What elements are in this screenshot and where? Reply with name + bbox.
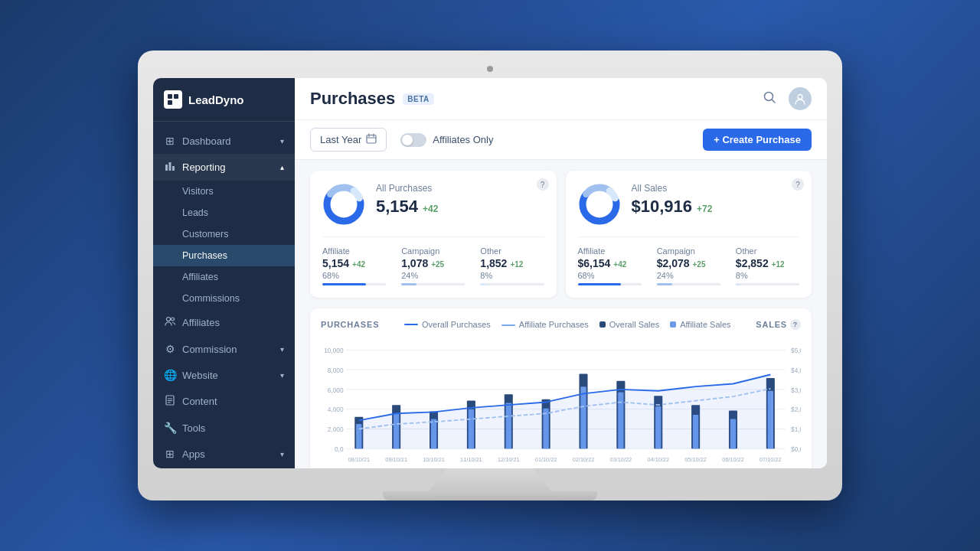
dashboard-icon: ⊞ bbox=[164, 135, 176, 147]
purchases-donut-chart bbox=[322, 183, 365, 226]
main-content: Purchases BETA bbox=[295, 78, 827, 468]
legend-dot-dark bbox=[599, 321, 606, 328]
legend-overall-purchases: Overall Purchases bbox=[404, 320, 491, 329]
svg-text:08/10/21: 08/10/21 bbox=[348, 456, 370, 463]
sidebar-item-label: Dashboard bbox=[182, 135, 231, 147]
sidebar-item-label: Website bbox=[182, 370, 218, 381]
logo-icon bbox=[164, 90, 182, 109]
search-button[interactable] bbox=[760, 87, 779, 110]
content-icon bbox=[164, 395, 176, 408]
sales-info-icon[interactable]: ? bbox=[792, 178, 804, 191]
sidebar: LeadDyno ⊞ Dashboard ▾ bbox=[153, 78, 295, 468]
affiliates-toggle[interactable] bbox=[400, 133, 426, 147]
sales-campaign: Campaign $2,078 +25 24% bbox=[657, 246, 720, 285]
purchases-delta: +42 bbox=[423, 204, 438, 214]
svg-text:12/10/21: 12/10/21 bbox=[498, 456, 520, 463]
chevron-down-icon: ▾ bbox=[280, 345, 284, 354]
svg-text:$1,000: $1,000 bbox=[791, 425, 801, 433]
sales-info-icon[interactable]: ? bbox=[790, 319, 801, 330]
svg-text:$5,000: $5,000 bbox=[791, 347, 801, 354]
chart-svg-container: 10,000 8,000 6,000 4,000 2,000 0,0 $5,00… bbox=[321, 337, 801, 468]
svg-text:4,000: 4,000 bbox=[328, 406, 344, 413]
sidebar-item-apps[interactable]: ⊞ Apps ▾ bbox=[153, 441, 295, 467]
svg-text:6,000: 6,000 bbox=[328, 386, 344, 394]
svg-text:06/10/22: 06/10/22 bbox=[722, 456, 744, 463]
svg-text:09/10/21: 09/10/21 bbox=[385, 456, 407, 463]
sidebar-item-affiliates[interactable]: Affiliates bbox=[153, 309, 295, 336]
svg-point-12 bbox=[765, 93, 773, 101]
sidebar-item-affiliates-sub[interactable]: Affiliates bbox=[153, 266, 295, 288]
svg-line-13 bbox=[773, 100, 776, 103]
chart-purchases-label: PURCHASES bbox=[321, 320, 379, 329]
logo-text: LeadDyno bbox=[188, 93, 244, 106]
purchases-info-icon[interactable]: ? bbox=[537, 178, 549, 191]
svg-text:$0,0: $0,0 bbox=[791, 445, 801, 453]
all-sales-card: ? All Sales bbox=[566, 171, 812, 298]
svg-text:$2,000: $2,000 bbox=[791, 406, 801, 413]
chart-header: PURCHASES Overall Purchases Affiliate Pu… bbox=[321, 319, 801, 330]
sidebar-item-purchases[interactable]: Purchases bbox=[153, 245, 295, 266]
monitor-stand bbox=[429, 468, 551, 491]
sidebar-item-reporting[interactable]: Reporting ▴ bbox=[153, 154, 295, 181]
reporting-icon bbox=[164, 161, 176, 174]
card-value: 5,154 +42 bbox=[376, 197, 544, 217]
sidebar-item-label: Tools bbox=[182, 422, 205, 434]
svg-point-7 bbox=[172, 318, 175, 321]
calendar-icon bbox=[366, 133, 377, 146]
purchases-total: 5,154 bbox=[376, 197, 418, 217]
sidebar-item-label: Reporting bbox=[182, 161, 225, 173]
sidebar-item-commission[interactable]: ⚙ Commission ▾ bbox=[153, 336, 295, 362]
sales-delta: +72 bbox=[697, 204, 712, 214]
sales-donut-chart bbox=[578, 183, 621, 226]
svg-point-14 bbox=[798, 95, 802, 99]
chart-section: PURCHASES Overall Purchases Affiliate Pu… bbox=[310, 308, 812, 468]
chart-legend: Overall Purchases Affiliate Purchases Ov… bbox=[404, 320, 731, 329]
card-header: All Sales $10,916 +72 bbox=[578, 183, 800, 226]
beta-badge: BETA bbox=[403, 93, 433, 105]
sidebar-item-label: Apps bbox=[182, 448, 205, 460]
card-main: All Purchases 5,154 +42 bbox=[376, 183, 544, 217]
sidebar-item-content[interactable]: Content bbox=[153, 388, 295, 415]
sidebar-item-customers[interactable]: Customers bbox=[153, 223, 295, 245]
sidebar-item-analysis[interactable]: 📈 Analysis ▾ bbox=[153, 467, 295, 468]
sidebar-item-tools[interactable]: 🔧 Tools bbox=[153, 415, 295, 441]
sidebar-nav: ⊞ Dashboard ▾ Reporting bbox=[153, 122, 295, 468]
svg-text:01/10/22: 01/10/22 bbox=[535, 456, 557, 463]
sidebar-item-website[interactable]: 🌐 Website ▾ bbox=[153, 362, 295, 388]
legend-dot-light bbox=[670, 321, 676, 328]
sales-breakdown: Affiliate $6,154 +42 68% Campaign bbox=[578, 236, 800, 285]
svg-rect-5 bbox=[172, 166, 175, 171]
logo-area: LeadDyno bbox=[153, 78, 295, 122]
top-bar: Purchases BETA bbox=[295, 78, 827, 120]
sales-axis-label: SALES ? bbox=[756, 319, 801, 330]
sidebar-item-label: Affiliates bbox=[182, 317, 220, 328]
legend-label: Overall Sales bbox=[609, 320, 659, 329]
sidebar-item-commissions[interactable]: Commissions bbox=[153, 288, 295, 309]
chevron-down-icon: ▾ bbox=[280, 450, 284, 458]
svg-text:10,000: 10,000 bbox=[324, 347, 344, 354]
website-icon: 🌐 bbox=[164, 369, 176, 381]
sales-other: Other $2,852 +12 8% bbox=[736, 246, 799, 285]
purchases-chart: 10,000 8,000 6,000 4,000 2,000 0,0 $5,00… bbox=[321, 337, 801, 468]
card-title: All Sales bbox=[632, 183, 800, 194]
legend-label: Affiliate Purchases bbox=[519, 320, 589, 329]
svg-text:07/10/22: 07/10/22 bbox=[760, 456, 782, 463]
create-purchase-label: + Create Purchase bbox=[714, 134, 801, 145]
date-range-picker[interactable]: Last Year bbox=[310, 128, 387, 152]
sidebar-item-visitors[interactable]: Visitors bbox=[153, 181, 295, 202]
purchases-affiliate: Affiliate 5,154 +42 68% bbox=[322, 246, 386, 285]
top-bar-actions bbox=[760, 87, 812, 110]
svg-text:03/10/22: 03/10/22 bbox=[610, 456, 632, 463]
affiliates-toggle-container: Affiliates Only bbox=[400, 133, 493, 147]
date-range-label: Last Year bbox=[320, 134, 361, 145]
chevron-down-icon: ▾ bbox=[280, 137, 284, 145]
sidebar-item-dashboard[interactable]: ⊞ Dashboard ▾ bbox=[153, 128, 295, 154]
sidebar-item-leads[interactable]: Leads bbox=[153, 202, 295, 223]
user-avatar[interactable] bbox=[789, 87, 812, 110]
svg-text:8,000: 8,000 bbox=[328, 367, 344, 374]
legend-label: Affiliate Sales bbox=[680, 320, 730, 329]
card-value: $10,916 +72 bbox=[632, 197, 800, 217]
purchases-campaign: Campaign 1,078 +25 24% bbox=[401, 246, 465, 285]
svg-text:$3,000: $3,000 bbox=[791, 386, 801, 394]
create-purchase-button[interactable]: + Create Purchase bbox=[703, 129, 812, 151]
